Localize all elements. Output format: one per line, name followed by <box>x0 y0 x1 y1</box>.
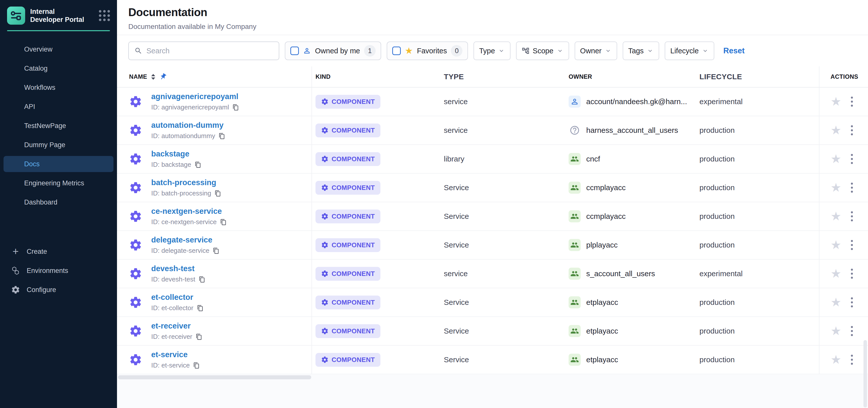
apps-grid-icon[interactable] <box>99 10 110 21</box>
sidebar-item-dummy-page[interactable]: Dummy Page <box>3 137 114 153</box>
favorite-star-icon[interactable]: ★ <box>831 210 841 222</box>
owner-link[interactable]: s_account_all_users <box>586 270 655 278</box>
sidebar-item-workflows[interactable]: Workflows <box>3 80 114 96</box>
entity-name-link[interactable]: delegate-service <box>151 236 219 245</box>
lifecycle-value: production <box>698 317 819 345</box>
type-dropdown[interactable]: Type <box>473 41 510 60</box>
entity-name-link[interactable]: et-receiver <box>151 321 202 331</box>
lifecycle-value: production <box>698 202 819 230</box>
sidebar-item-label: Workflows <box>24 84 55 92</box>
sidebar-item-configure[interactable]: Configure <box>3 282 114 298</box>
copy-icon[interactable] <box>215 190 221 197</box>
kebab-menu-icon[interactable] <box>849 124 855 137</box>
sidebar-item-dashboard[interactable]: Dashboard <box>3 194 114 210</box>
owner-dropdown[interactable]: Owner <box>575 41 617 60</box>
copy-icon[interactable] <box>197 305 204 311</box>
component-gear-icon <box>129 95 142 108</box>
favorite-star-icon[interactable]: ★ <box>831 325 841 337</box>
kebab-menu-icon[interactable] <box>849 353 855 366</box>
sidebar-item-overview[interactable]: Overview <box>3 41 114 57</box>
entity-name-link[interactable]: ce-nextgen-service <box>151 207 227 216</box>
scope-tree-icon <box>522 47 530 55</box>
owner-link[interactable]: etplayacc <box>586 355 618 364</box>
owned-by-me-checkbox[interactable] <box>290 46 299 55</box>
copy-icon[interactable] <box>196 334 202 340</box>
vertical-scrollbar[interactable] <box>864 340 867 408</box>
favorite-star-icon[interactable]: ★ <box>831 124 841 136</box>
owner-link[interactable]: cncf <box>586 155 600 163</box>
entity-name-link[interactable]: batch-processing <box>151 178 221 187</box>
kebab-menu-icon[interactable] <box>849 324 855 338</box>
copy-icon[interactable] <box>195 161 201 168</box>
favorite-star-icon[interactable]: ★ <box>831 354 841 366</box>
owner-link[interactable]: plplayacc <box>586 241 618 249</box>
entity-name-link[interactable]: et-service <box>151 350 200 359</box>
sidebar-item-docs[interactable]: Docs <box>3 156 114 172</box>
kind-chip: COMPONENT <box>315 152 380 166</box>
copy-icon[interactable] <box>232 104 239 111</box>
sort-icon[interactable] <box>151 74 155 80</box>
favorites-filter[interactable]: ★ Favorites 0 <box>387 41 468 60</box>
kebab-menu-icon[interactable] <box>849 181 855 194</box>
component-gear-icon <box>321 327 329 335</box>
lifecycle-value: experimental <box>698 260 819 288</box>
tags-dropdown[interactable]: Tags <box>623 41 659 60</box>
sidebar-item-create[interactable]: + Create <box>3 244 114 260</box>
owner-link[interactable]: ccmplayacc <box>586 212 626 221</box>
kebab-menu-icon[interactable] <box>849 267 855 280</box>
owner-link[interactable]: account/nandeesh.gk@harn... <box>586 97 687 106</box>
search-input[interactable] <box>147 47 273 55</box>
col-kind: KIND <box>312 66 441 87</box>
table-row: automation-dummy ID: automationdummy COM… <box>117 116 868 145</box>
sidebar-item-testnewpage[interactable]: TestNewPage <box>3 118 114 134</box>
copy-icon[interactable] <box>220 219 227 225</box>
col-owner: OWNER <box>566 66 698 87</box>
table-header: NAME KIND TYPE OWNER LIFECYCLE ACTIONS <box>117 66 868 88</box>
favorite-star-icon[interactable]: ★ <box>831 268 841 280</box>
horizontal-scrollbar[interactable] <box>118 375 311 379</box>
copy-icon[interactable] <box>193 362 200 369</box>
kebab-menu-icon[interactable] <box>849 95 855 108</box>
pin-icon[interactable] <box>158 71 168 82</box>
entity-name-link[interactable]: agnivagenericrepoyaml <box>151 92 239 101</box>
favorite-star-icon[interactable]: ★ <box>831 153 841 165</box>
favorite-star-icon[interactable]: ★ <box>831 182 841 194</box>
kebab-menu-icon[interactable] <box>849 239 855 252</box>
sidebar-item-environments[interactable]: Environments <box>3 262 114 279</box>
copy-icon[interactable] <box>219 133 225 139</box>
favorite-star-icon[interactable]: ★ <box>831 239 841 251</box>
owner-link[interactable]: ccmplayacc <box>586 183 626 192</box>
reset-filters-link[interactable]: Reset <box>723 46 744 55</box>
lifecycle-dropdown[interactable]: Lifecycle <box>665 41 714 60</box>
entity-name-link[interactable]: et-collector <box>151 293 204 302</box>
owned-by-me-filter[interactable]: Owned by me 1 <box>285 41 381 60</box>
copy-icon[interactable] <box>199 276 205 283</box>
scope-dropdown[interactable]: Scope <box>516 41 569 60</box>
lifecycle-value: production <box>698 346 819 374</box>
app-logo-icon[interactable] <box>7 6 25 25</box>
entity-name-link[interactable]: devesh-test <box>151 264 205 273</box>
entity-name-link[interactable]: backstage <box>151 149 201 158</box>
kebab-menu-icon[interactable] <box>849 152 855 165</box>
group-icon <box>568 182 581 194</box>
search-box[interactable] <box>128 41 279 60</box>
page-subtitle: Documentation available in My Company <box>128 23 857 31</box>
col-name: NAME <box>129 73 147 80</box>
component-gear-icon <box>129 353 142 366</box>
owner-link[interactable]: harness_account_all_users <box>586 126 678 134</box>
copy-icon[interactable] <box>213 248 219 254</box>
favorite-star-icon[interactable]: ★ <box>831 296 841 308</box>
favorite-star-icon[interactable]: ★ <box>831 96 841 108</box>
kebab-menu-icon[interactable] <box>849 296 855 309</box>
sidebar-item-engineering-metrics[interactable]: Engineering Metrics <box>3 175 114 191</box>
sidebar-item-catalog[interactable]: Catalog <box>3 60 114 76</box>
entity-id: ID: et-receiver <box>151 333 192 341</box>
group-icon <box>568 239 581 251</box>
favorites-checkbox[interactable] <box>392 46 401 55</box>
sidebar-item-label: Catalog <box>24 65 48 72</box>
kebab-menu-icon[interactable] <box>849 210 855 223</box>
owner-link[interactable]: etplayacc <box>586 298 618 307</box>
owner-link[interactable]: etplayacc <box>586 327 618 335</box>
entity-name-link[interactable]: automation-dummy <box>151 121 225 130</box>
sidebar-item-api[interactable]: API <box>3 99 114 115</box>
